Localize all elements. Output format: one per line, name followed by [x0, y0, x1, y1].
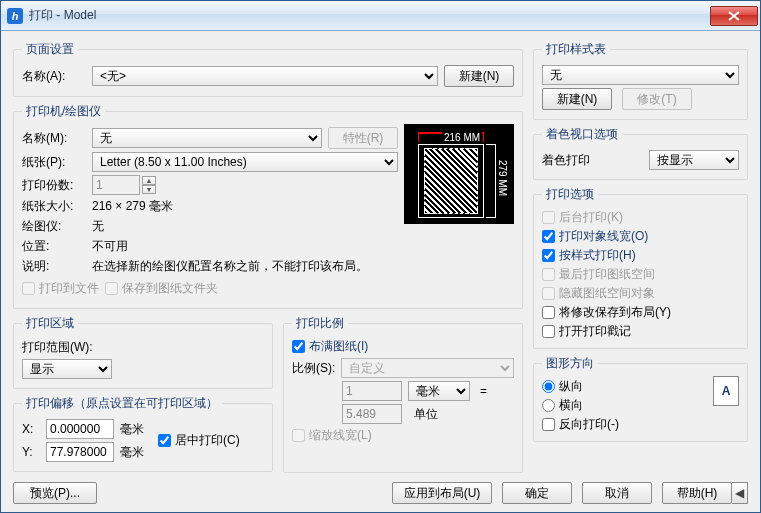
- page-new-button[interactable]: 新建(N): [444, 65, 514, 87]
- save-sheet-checkbox: [105, 282, 118, 295]
- offset-x-label: X:: [22, 422, 40, 436]
- print-dialog: h 打印 - Model 页面设置 名称(A): <无> 新建(N) 打印: [0, 0, 761, 513]
- plot-range-label: 打印范围(W):: [22, 339, 93, 356]
- plot-area-group: 打印区域 打印范围(W): 显示: [13, 315, 273, 389]
- orient-upside-checkbox[interactable]: [542, 418, 555, 431]
- opt-lw-checkbox[interactable]: [542, 230, 555, 243]
- paper-size-label: 纸张大小:: [22, 198, 86, 215]
- plot-options-group: 打印选项 后台打印(K) 打印对象线宽(O) 按样式打印(H) 最后打印图纸空间…: [533, 186, 748, 349]
- print-to-file-label: 打印到文件: [39, 280, 99, 297]
- page-name-select[interactable]: <无>: [92, 66, 438, 86]
- opt-stamp-checkbox[interactable]: [542, 325, 555, 338]
- dialog-body: 页面设置 名称(A): <无> 新建(N) 打印机/绘图仪 名称(M): 无: [1, 31, 760, 512]
- shaded-label: 着色打印: [542, 152, 643, 169]
- help-button[interactable]: 帮助(H): [662, 482, 732, 504]
- printer-name-label: 名称(M):: [22, 130, 86, 147]
- plot-offset-legend: 打印偏移（原点设置在可打印区域）: [22, 395, 222, 412]
- opt-hideps-checkbox: [542, 287, 555, 300]
- printer-legend: 打印机/绘图仪: [22, 103, 105, 120]
- orientation-icon: A: [713, 376, 739, 406]
- opt-bg-checkbox: [542, 211, 555, 224]
- shaded-viewport-group: 着色视口选项 着色打印 按显示: [533, 126, 748, 180]
- dialog-footer: 预览(P)... 应用到布局(U) 确定 取消 帮助(H) ◀: [13, 482, 748, 504]
- window-close-button[interactable]: [710, 6, 758, 26]
- spin-up-icon[interactable]: ▲: [142, 176, 156, 185]
- orient-landscape-radio[interactable]: [542, 399, 555, 412]
- style-table-legend: 打印样式表: [542, 41, 610, 58]
- cancel-button[interactable]: 取消: [582, 482, 652, 504]
- scale-den-unit: 单位: [408, 406, 470, 423]
- plot-scale-legend: 打印比例: [292, 315, 348, 332]
- window-title: 打印 - Model: [29, 7, 710, 24]
- ok-button[interactable]: 确定: [502, 482, 572, 504]
- shaded-legend: 着色视口选项: [542, 126, 622, 143]
- fit-to-paper-checkbox[interactable]: [292, 340, 305, 353]
- preview-height-label: 279 MM: [497, 160, 508, 196]
- paper-preview: 216 MM 279 MM: [404, 124, 514, 224]
- plotter-value: 无: [92, 218, 104, 235]
- offset-y-label: Y:: [22, 445, 40, 459]
- spin-down-icon[interactable]: ▼: [142, 185, 156, 194]
- style-table-select[interactable]: 无: [542, 65, 739, 85]
- plot-area-legend: 打印区域: [22, 315, 78, 332]
- opt-savelayout-checkbox[interactable]: [542, 306, 555, 319]
- location-value: 不可用: [92, 238, 128, 255]
- orient-portrait-radio[interactable]: [542, 380, 555, 393]
- style-new-button[interactable]: 新建(N): [542, 88, 612, 110]
- copies-input[interactable]: [92, 175, 140, 195]
- center-plot-checkbox[interactable]: [158, 434, 171, 447]
- scale-denominator-input[interactable]: [342, 404, 402, 424]
- scale-numerator-input[interactable]: [342, 381, 402, 401]
- chevron-left-icon: ◀: [735, 486, 744, 500]
- offset-y-unit: 毫米: [120, 444, 144, 461]
- orientation-group: 图形方向 纵向 横向 反向打印(-) A: [533, 355, 748, 442]
- plot-offset-group: 打印偏移（原点设置在可打印区域） X:毫米 Y:毫米 居中打印(C): [13, 395, 273, 472]
- paper-select[interactable]: Letter (8.50 x 11.00 Inches): [92, 152, 398, 172]
- paper-size-value: 216 × 279 毫米: [92, 198, 173, 215]
- page-name-label: 名称(A):: [22, 68, 86, 85]
- center-plot-label: 居中打印(C): [175, 432, 240, 449]
- printer-props-button[interactable]: 特性(R): [328, 127, 398, 149]
- close-icon: [728, 11, 740, 21]
- scale-lw-label: 缩放线宽(L): [309, 427, 372, 444]
- fit-to-paper-label: 布满图纸(I): [309, 338, 368, 355]
- expand-toggle[interactable]: ◀: [732, 482, 748, 504]
- preview-button[interactable]: 预览(P)...: [13, 482, 97, 504]
- location-label: 位置:: [22, 238, 86, 255]
- page-setup-legend: 页面设置: [22, 41, 78, 58]
- app-icon: h: [7, 8, 23, 24]
- save-sheet-label: 保存到图纸文件夹: [122, 280, 218, 297]
- shaded-select[interactable]: 按显示: [649, 150, 739, 170]
- preview-width-label: 216 MM: [442, 132, 482, 143]
- offset-x-unit: 毫米: [120, 421, 144, 438]
- plot-options-legend: 打印选项: [542, 186, 598, 203]
- paper-label: 纸张(P):: [22, 154, 86, 171]
- copies-stepper[interactable]: ▲▼: [92, 175, 156, 195]
- scale-ratio-label: 比例(S):: [292, 360, 335, 377]
- orientation-legend: 图形方向: [542, 355, 598, 372]
- desc-value: 在选择新的绘图仪配置名称之前，不能打印该布局。: [92, 258, 368, 275]
- scale-ratio-select[interactable]: 自定义: [341, 358, 514, 378]
- printer-name-select[interactable]: 无: [92, 128, 322, 148]
- style-edit-button[interactable]: 修改(T): [622, 88, 692, 110]
- plot-range-select[interactable]: 显示: [22, 359, 112, 379]
- copies-label: 打印份数:: [22, 177, 86, 194]
- offset-x-input[interactable]: [46, 419, 114, 439]
- titlebar[interactable]: h 打印 - Model: [1, 1, 760, 31]
- scale-unit-select[interactable]: 毫米: [408, 381, 470, 401]
- desc-label: 说明:: [22, 258, 86, 275]
- apply-layout-button[interactable]: 应用到布局(U): [392, 482, 492, 504]
- printer-group: 打印机/绘图仪 名称(M): 无 特性(R) 纸张(P): Letter (8.…: [13, 103, 523, 309]
- equals-label: =: [476, 384, 491, 398]
- print-to-file-checkbox: [22, 282, 35, 295]
- opt-pslast-checkbox: [542, 268, 555, 281]
- scale-lw-checkbox: [292, 429, 305, 442]
- plot-scale-group: 打印比例 布满图纸(I) 比例(S): 自定义 毫米 =: [283, 315, 523, 473]
- offset-y-input[interactable]: [46, 442, 114, 462]
- plotter-label: 绘图仪:: [22, 218, 86, 235]
- style-table-group: 打印样式表 无 新建(N) 修改(T): [533, 41, 748, 120]
- page-setup-group: 页面设置 名称(A): <无> 新建(N): [13, 41, 523, 97]
- opt-bystyle-checkbox[interactable]: [542, 249, 555, 262]
